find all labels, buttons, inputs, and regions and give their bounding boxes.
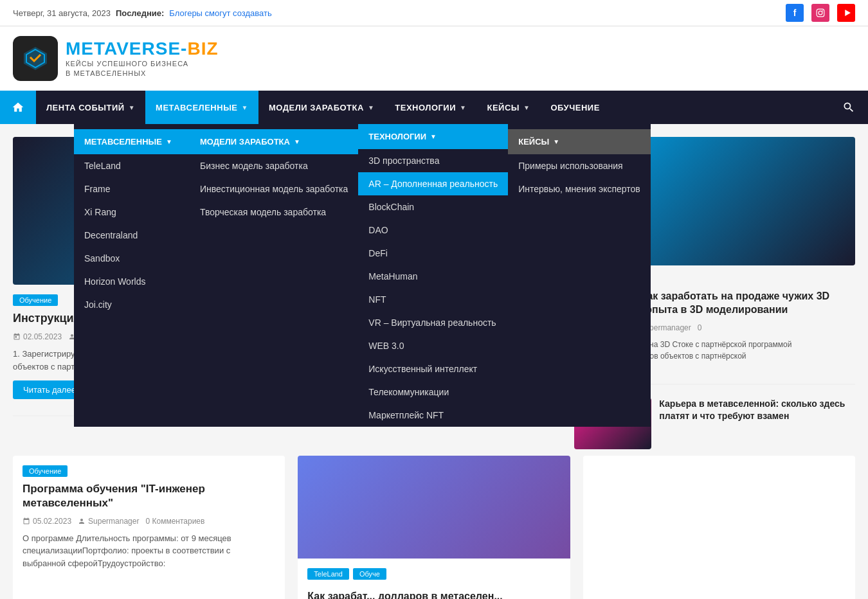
site-header: METAVERSE-BIZ КЕЙСЫ УСПЕШНОГО БИЗНЕСА В … [0, 26, 868, 91]
article-card-4 [583, 456, 855, 599]
nav-item-keisy[interactable]: КЕЙСЫ ▼ [476, 91, 540, 124]
article-card-3: TeleLand Обуче Как зарабат... долларов в… [298, 456, 570, 599]
dropdown-tech: ТЕХНОЛОГИИ ▼ 3D пространства AR – Дополн… [358, 124, 508, 427]
dropdown-modeli-header[interactable]: МОДЕЛИ ЗАРАБОТКА ▼ [190, 129, 358, 154]
article2-comments: 0 Комментариев [145, 517, 204, 526]
keisy-item-examples[interactable]: Примеры использования [508, 154, 651, 177]
tech-item-nft[interactable]: NFT [358, 288, 508, 311]
topbar-latest-link[interactable]: Блогеры смогут создавать [169, 8, 271, 18]
chevron-down-icon: ▼ [166, 138, 172, 145]
logo-title-accent: BIZ [187, 39, 218, 58]
main-article-tag[interactable]: Обучение [13, 294, 58, 306]
dropdown-item-frame[interactable]: Frame [74, 177, 190, 201]
topbar: Четверг, 31 августа, 2023 Последние: Бло… [0, 0, 868, 26]
article3-image [298, 456, 570, 559]
svg-point-2 [822, 10, 823, 12]
instagram-icon[interactable] [811, 4, 829, 22]
dropdown-keisy-header[interactable]: КЕЙСЫ ▼ [508, 129, 651, 154]
keisy-item-interviews[interactable]: Интервью, мнения экспертов [508, 177, 651, 201]
logo-text: METAVERSE-BIZ КЕЙСЫ УСПЕШНОГО БИЗНЕСА В … [66, 39, 219, 79]
article2-tag[interactable]: Обучение [23, 465, 68, 477]
chevron-down-icon: ▼ [242, 104, 248, 111]
svg-point-1 [818, 11, 822, 15]
chevron-down-icon: ▼ [553, 138, 559, 145]
tech-item-telecom[interactable]: Телекоммуникации [358, 380, 508, 404]
svg-marker-3 [845, 10, 851, 16]
dropdown-tech-header[interactable]: ТЕХНОЛОГИИ ▼ [358, 124, 508, 149]
dropdown-overlay: МЕТАВСЕЛЕННЫЕ ▼ TeleLand Frame Xi Rang D… [74, 124, 651, 427]
dropdown-modeli: МОДЕЛИ ЗАРАБОТКА ▼ Бизнес модель заработ… [190, 124, 358, 427]
dropdown-metaverse-header[interactable]: МЕТАВСЕЛЕННЫЕ ▼ [74, 129, 190, 154]
tech-item-vr[interactable]: VR – Виртуальная реальность [358, 311, 508, 334]
dropdown-item-sandbox[interactable]: Sandbox [74, 247, 190, 270]
tech-item-metahuman[interactable]: MetaHuman [358, 265, 508, 288]
dropdown-item-joicity[interactable]: Joi.city [74, 293, 190, 316]
article3-tag2[interactable]: Обуче [353, 568, 386, 580]
chevron-down-icon: ▼ [460, 104, 466, 111]
bottom-row: Обучение Программа обучения "IT-инженер … [0, 456, 868, 599]
tech-item-marketplace[interactable]: Маркетплейс NFT [358, 404, 508, 427]
tech-item-web3[interactable]: WEB 3.0 [358, 334, 508, 357]
article2-title: Программа обучения "IT-инженер метавселе… [23, 482, 275, 510]
logo-subtitle: КЕЙСЫ УСПЕШНОГО БИЗНЕСА В МЕТАВСЕЛЕННЫХ [66, 59, 219, 79]
nav-item-tech[interactable]: ТЕХНОЛОГИИ ▼ [384, 91, 476, 124]
dropdown-item-tvorcheskaya[interactable]: Творческая модель заработка [190, 201, 358, 224]
svg-rect-0 [817, 9, 824, 17]
logo-title-main: METAVERSE- [66, 39, 187, 58]
topbar-left: Четверг, 31 августа, 2023 Последние: Бло… [13, 8, 272, 18]
navbar: ЛЕНТА СОБЫТИЙ ▼ МЕТАВСЕЛЕННЫЕ ▼ МОДЕЛИ З… [0, 91, 868, 124]
logo-icon [13, 36, 58, 81]
career-article-body: Карьера в метавселенной: сколько здесь п… [659, 398, 855, 449]
article3-tag1[interactable]: TeleLand [307, 568, 349, 580]
dropdown-metaverse: МЕТАВСЕЛЕННЫЕ ▼ TeleLand Frame Xi Rang D… [74, 124, 190, 427]
dropdown-item-decentraland[interactable]: Decentraland [74, 224, 190, 247]
nav-item-metaverse[interactable]: МЕТАВСЕЛЕННЫЕ ▼ [145, 91, 258, 124]
sidebar-article-comments: 0 [698, 323, 702, 332]
dropdown-item-teleland[interactable]: TeleLand [74, 154, 190, 177]
topbar-social-icons: f [786, 4, 855, 22]
article-date: 02.05.2023 [13, 332, 62, 341]
dropdown-item-xirang[interactable]: Xi Rang [74, 201, 190, 224]
article2-date: 05.02.2023 [23, 517, 71, 526]
article-card-2: Обучение Программа обучения "IT-инженер … [13, 456, 285, 599]
tech-item-ai[interactable]: Искусственный интеллект [358, 357, 508, 380]
article2-meta: 05.02.2023 Supermanager 0 Комментариев [23, 517, 275, 526]
nav-home-button[interactable] [0, 91, 36, 124]
dropdown-item-investicii[interactable]: Инвестиционная модель заработка [190, 177, 358, 201]
tech-item-dao[interactable]: DAO [358, 219, 508, 242]
chevron-down-icon: ▼ [523, 104, 530, 111]
dropdown-item-biznes[interactable]: Бизнес модель заработка [190, 154, 358, 177]
tech-item-3d[interactable]: 3D пространства [358, 149, 508, 172]
nav-item-obuchenie[interactable]: ОБУЧЕНИЕ [540, 91, 610, 124]
chevron-down-icon: ▼ [368, 104, 374, 111]
logo-title: METAVERSE-BIZ [66, 39, 219, 59]
article3-title: Как зарабат... долларов в метаселен... [307, 590, 560, 599]
career-article-title: Карьера в метавселенной: сколько здесь п… [659, 398, 855, 423]
dropdown-keisy: КЕЙСЫ ▼ Примеры использования Интервью, … [508, 124, 651, 427]
facebook-icon[interactable]: f [786, 4, 804, 22]
tech-item-defi[interactable]: DeFi [358, 242, 508, 265]
youtube-icon[interactable] [837, 4, 855, 22]
topbar-date: Четверг, 31 августа, 2023 [13, 8, 111, 18]
topbar-latest-label: Последние: [116, 8, 164, 18]
tech-item-blockchain[interactable]: BlockChain [358, 195, 508, 219]
nav-item-lenta[interactable]: ЛЕНТА СОБЫТИЙ ▼ [36, 91, 145, 124]
dropdown-item-horizon-worlds[interactable]: Horizon Worlds [74, 270, 190, 293]
chevron-down-icon: ▼ [430, 133, 437, 140]
nav-item-modeli[interactable]: МОДЕЛИ ЗАРАБОТКА ▼ [258, 91, 384, 124]
article2-excerpt: О программе Длительность программы: от 9… [23, 532, 275, 570]
chevron-down-icon: ▼ [294, 138, 300, 145]
article2-author: Supermanager [78, 517, 139, 526]
search-button[interactable] [829, 91, 868, 124]
tech-item-ar[interactable]: AR – Дополненная реальность [358, 172, 508, 195]
chevron-down-icon: ▼ [129, 104, 135, 111]
logo[interactable]: METAVERSE-BIZ КЕЙСЫ УСПЕШНОГО БИЗНЕСА В … [13, 36, 219, 81]
